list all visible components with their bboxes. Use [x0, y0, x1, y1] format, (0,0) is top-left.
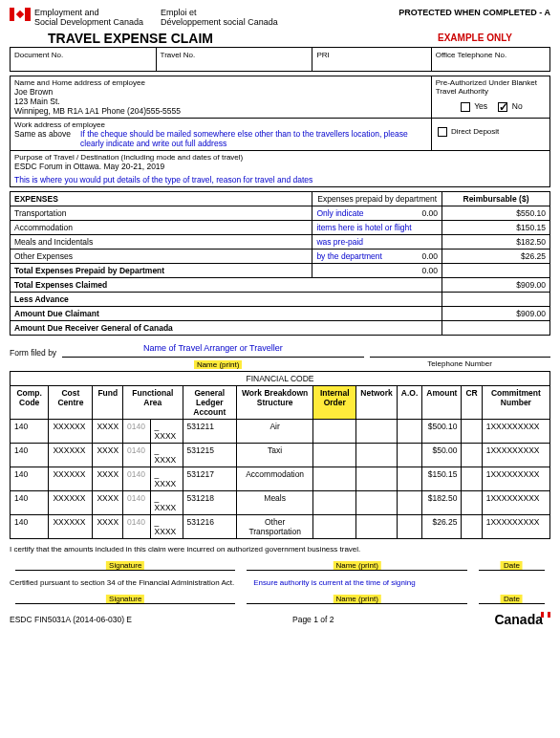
col-cost: Cost Centre — [49, 386, 93, 420]
exp-reimb-0: $550.10 — [442, 206, 549, 221]
footer: ESDC FIN5031A (2014-06-030) E Page 1 of … — [10, 612, 550, 627]
sec34: Certified pursuant to section 34 of the … — [10, 578, 234, 587]
work-note: If the cheque should be mailed somewhere… — [80, 129, 427, 148]
col-wbs: Work Breakdown Structure — [237, 386, 313, 420]
col-comp: Comp. Code — [11, 386, 49, 420]
total-claimed: $909.00 — [442, 278, 549, 293]
col-gl: General Ledger Account — [183, 386, 237, 420]
doc-no-label: Document No. — [14, 51, 63, 59]
fin-row: 140XXXXXXXXXX0140_ XXXX531211Air$500.101… — [11, 420, 550, 444]
cert-row-1: Signature Name (print) Date — [10, 559, 550, 571]
exp-note1: Only indicate — [316, 208, 363, 218]
exp-note3: was pre-paid — [316, 237, 363, 247]
col-net: Network — [356, 386, 398, 420]
emp-name: Joe Brown — [14, 87, 427, 97]
office-tel-label: Office Telephone No. — [436, 51, 506, 59]
name-1: Name (print) — [333, 561, 380, 570]
sig-1: Signature — [106, 561, 144, 570]
protected-label: PROTECTED WHEN COMPLETED - A — [398, 8, 550, 17]
auth-note: Ensure authority is current at the time … — [253, 578, 415, 587]
canada-wordmark: Canada — [494, 612, 550, 627]
exp-header1: EXPENSES — [11, 192, 312, 206]
col-amt: Amount — [422, 386, 462, 420]
dept-fr-2: Développement social Canada — [161, 17, 278, 27]
col-fa: Functional Area — [123, 386, 183, 420]
canada-flag-icon — [10, 8, 31, 21]
filed-tel: Telephone Number — [369, 359, 550, 369]
fin-row: 140XXXXXXXXXX0140_ XXXX531216Other Trans… — [11, 515, 550, 539]
dept-en-2: Social Development Canada — [34, 17, 143, 27]
emp-label: Name and Home address of employee — [14, 78, 427, 87]
sig-2: Signature — [106, 595, 144, 603]
cert-row-2: Signature Name (print) Date — [10, 593, 550, 604]
preauth-label: Pre-Authorized Under Blanket Travel Auth… — [436, 78, 546, 96]
date-1: Date — [501, 561, 523, 570]
col-cn: Commitment Number — [482, 386, 549, 420]
work-label: Work address of employee — [14, 120, 427, 129]
dd-label: Direct Deposit — [451, 127, 499, 136]
col-io: Internal Order — [313, 386, 356, 420]
fin-row: 140XXXXXXXXXX0140_ XXXX531218Meals$182.5… — [11, 491, 550, 515]
dept-fr-1: Emploi et — [161, 8, 278, 17]
exp-note2: items here is hotel or flight — [316, 223, 411, 232]
exp-reimb-2: $182.50 — [442, 235, 549, 250]
amt-due-rgc: Amount Due Receiver General of Canada — [11, 321, 442, 336]
canada-flag-mini-icon — [541, 612, 550, 618]
fin-row: 140XXXXXXXXXX0140_ XXXX531215Taxi$50.001… — [11, 444, 550, 467]
amt-due-claimant: $909.00 — [442, 307, 549, 321]
fin-header: FINANCIAL CODE — [11, 372, 550, 386]
pri-label: PRI — [316, 51, 329, 59]
work-same: Same as above — [14, 129, 71, 148]
emp-addr2: Winnipeg, MB R1A 1A1 Phone (204)555-5555 — [14, 106, 427, 116]
header: Employment and Social Development Canada… — [10, 8, 550, 27]
filed-label: Form filed by — [10, 348, 56, 358]
amt-due-claimant-label: Amount Due Claimant — [11, 307, 442, 321]
form-filed-by: Form filed by Name of Travel Arranger or… — [10, 343, 550, 358]
col-cr: CR — [462, 386, 482, 420]
top-fields: Document No. Travel No. PRI Office Telep… — [10, 47, 550, 72]
name-2: Name (print) — [333, 595, 380, 603]
form-number: ESDC FIN5031A (2014-06-030) E — [10, 615, 132, 624]
emp-addr1: 123 Main St. — [14, 97, 427, 106]
yes-checkbox[interactable] — [461, 102, 470, 112]
employee-block: Name and Home address of employee Joe Br… — [10, 76, 550, 187]
dd-checkbox[interactable] — [438, 127, 447, 137]
page-number: Page 1 of 2 — [292, 615, 334, 624]
date-2: Date — [501, 595, 523, 603]
dept-en-1: Employment and — [34, 8, 143, 17]
purpose-note: This is where you would put details of t… — [14, 175, 546, 184]
col-ao: A.O. — [397, 386, 421, 420]
col-fund: Fund — [93, 386, 123, 420]
financial-table: FINANCIAL CODE Comp. Code Cost Centre Fu… — [10, 371, 550, 539]
purpose-label: Purpose of Travel / Destination (Includi… — [14, 153, 546, 162]
total-prepaid-label: Total Expenses Prepaid by Department — [11, 264, 312, 278]
yes-label: Yes — [474, 101, 487, 111]
exp-reimb-3: $26.25 — [442, 250, 549, 264]
no-checkbox[interactable] — [498, 102, 507, 112]
expenses-table: EXPENSES Expenses prepaid by department … — [10, 191, 550, 336]
filed-name-print: Name (print) — [194, 360, 242, 369]
filed-note: Name of Travel Arranger or Traveller — [62, 343, 364, 353]
exp-row-0: Transportation — [11, 206, 312, 221]
exp-row-1: Accommodation — [11, 221, 312, 235]
exp-row-2: Meals and Incidentals — [11, 235, 312, 250]
exp-reimb-1: $150.15 — [442, 221, 549, 235]
travel-no-label: Travel No. — [161, 51, 196, 59]
cert-text: I certify that the amounts included in t… — [10, 545, 550, 554]
total-prepaid: 0.00 — [312, 264, 442, 278]
no-label: No — [512, 101, 523, 111]
purpose-text: ESDC Forum in Ottawa. May 20-21, 2019 — [14, 162, 546, 171]
exp-row-3: Other Expenses — [11, 250, 312, 264]
exp-header3: Reimbursable ($) — [442, 192, 549, 206]
exp-note4: by the department — [316, 251, 382, 261]
fin-row: 140XXXXXXXXXX0140_ XXXX531217Accommodati… — [11, 467, 550, 491]
less-advance: Less Advance — [11, 293, 442, 307]
exp-header2: Expenses prepaid by department — [312, 192, 442, 206]
total-claimed-label: Total Expenses Claimed — [11, 278, 442, 293]
